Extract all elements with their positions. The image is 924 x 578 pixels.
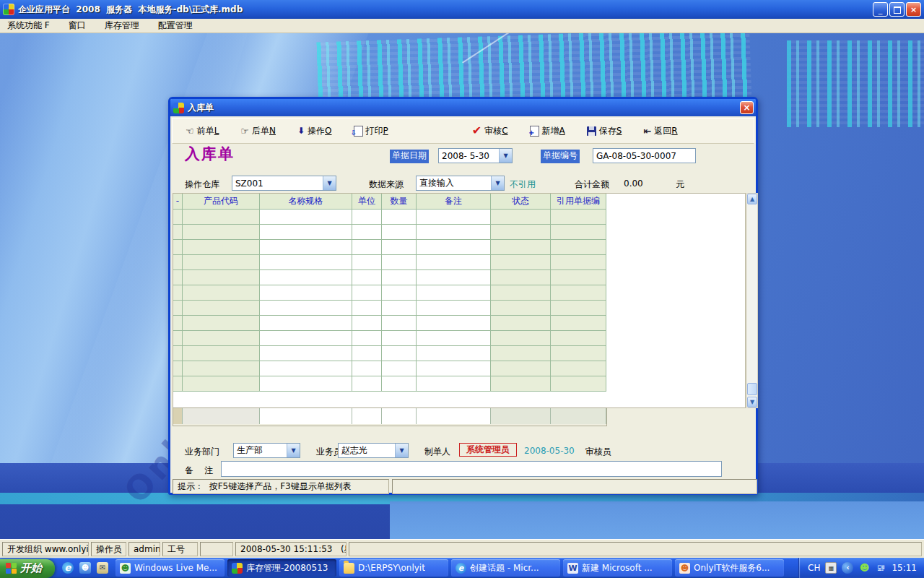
grid-cell[interactable] [382, 301, 417, 316]
grid-cell[interactable] [417, 225, 491, 240]
restore-button[interactable] [889, 2, 905, 17]
grid-cell[interactable] [352, 240, 382, 255]
grid-cell[interactable] [417, 240, 491, 255]
grid-cell[interactable] [491, 376, 551, 392]
grid-cell[interactable] [260, 346, 352, 361]
operate-button[interactable]: ⬇ 操作O [295, 123, 335, 139]
language-indicator[interactable]: CH [808, 563, 820, 573]
grid-cell[interactable] [173, 316, 183, 331]
source-combo[interactable]: 直接输入 ▼ [416, 176, 505, 191]
grid-cell[interactable] [551, 361, 606, 376]
grid-cell[interactable] [183, 301, 260, 316]
grid-cell[interactable] [260, 255, 352, 270]
start-button[interactable]: 开始 [0, 559, 55, 578]
grid-cell[interactable] [183, 240, 260, 255]
grid-cell[interactable] [417, 376, 491, 392]
chevron-down-icon[interactable]: ▼ [491, 176, 504, 190]
taskbar-item-ie[interactable]: e 创建话题 - Micr... [451, 559, 560, 577]
prev-order-button[interactable]: ☜ 前单L [183, 123, 222, 139]
grid-cell[interactable] [183, 225, 260, 240]
grid-cell[interactable] [352, 225, 382, 240]
grid-cell[interactable] [551, 316, 606, 331]
taskbar-item-explorer[interactable]: D:\ERPSY\onlyit [339, 559, 448, 577]
grid-cell[interactable] [352, 255, 382, 270]
grid-cell[interactable] [352, 316, 382, 331]
save-button[interactable]: 保存S [584, 123, 625, 139]
grid-cell[interactable] [183, 270, 260, 285]
grid-cell[interactable] [551, 331, 606, 346]
grid-cell[interactable] [352, 301, 382, 316]
grid-cell[interactable] [352, 376, 382, 392]
return-button[interactable]: ⇤ 返回R [640, 123, 680, 139]
menu-config[interactable]: 配置管理 [158, 20, 193, 32]
grid-cell[interactable] [352, 270, 382, 285]
grid-cell[interactable] [183, 376, 260, 392]
grid-cell[interactable] [382, 240, 417, 255]
grid-cell[interactable] [417, 316, 491, 331]
grid-cell[interactable] [417, 210, 491, 225]
messenger-icon[interactable]: ☻ [79, 562, 91, 574]
close-button[interactable]: × [906, 2, 921, 17]
grid-cell[interactable] [260, 210, 352, 225]
grid-cell[interactable] [260, 376, 352, 392]
grid-cell[interactable] [417, 285, 491, 301]
grid-cell[interactable] [260, 240, 352, 255]
grid-cell[interactable] [173, 376, 183, 392]
menu-system[interactable]: 系统功能 F [7, 20, 50, 32]
grid-cell[interactable] [382, 210, 417, 225]
grid-cell[interactable] [491, 255, 551, 270]
grid-cell[interactable] [382, 316, 417, 331]
grid-cell[interactable] [173, 270, 183, 285]
chevron-down-icon[interactable]: ▼ [395, 444, 408, 457]
menu-window[interactable]: 窗口 [69, 20, 86, 32]
salesman-combo[interactable]: 赵志光 ▼ [338, 443, 409, 458]
chevron-down-icon[interactable]: ▼ [323, 176, 336, 190]
grid-cell[interactable] [551, 270, 606, 285]
chevron-down-icon[interactable]: ▼ [287, 444, 300, 457]
messenger-tray-icon[interactable]: ☻ [858, 562, 870, 574]
grid-cell[interactable] [173, 346, 183, 361]
grid-cell[interactable] [551, 255, 606, 270]
grid-cell[interactable] [173, 255, 183, 270]
warehouse-combo[interactable]: SZ001 ▼ [232, 176, 336, 191]
grid-cell[interactable] [173, 301, 183, 316]
taskbar-item-inventory[interactable]: 库存管理-20080513 [227, 559, 336, 577]
grid-cell[interactable] [260, 225, 352, 240]
grid-cell[interactable] [491, 361, 551, 376]
grid-cell[interactable] [491, 210, 551, 225]
grid-cell[interactable] [491, 270, 551, 285]
grid-cell[interactable] [183, 331, 260, 346]
date-combo[interactable]: 2008- 5-30 ▼ [438, 148, 513, 163]
next-order-button[interactable]: ☞ 后单N [237, 123, 279, 139]
grid-cell[interactable] [551, 285, 606, 301]
grid-cell[interactable] [173, 331, 183, 346]
grid-cell[interactable] [551, 225, 606, 240]
scroll-up-icon[interactable]: ▲ [747, 194, 757, 204]
grid-cell[interactable] [551, 210, 606, 225]
grid-cell[interactable] [417, 255, 491, 270]
grid-cell[interactable] [183, 361, 260, 376]
grid-cell[interactable] [382, 285, 417, 301]
grid-cell[interactable] [491, 316, 551, 331]
taskbar-item-live-messenger[interactable]: ☻ Windows Live Me... [116, 559, 225, 577]
grid-cell[interactable] [352, 361, 382, 376]
grid-cell[interactable] [382, 361, 417, 376]
grid-cell[interactable] [173, 225, 183, 240]
taskbar-item-onlyit[interactable]: ☻ OnlyIT软件服务6... [675, 559, 784, 577]
grid-cell[interactable] [173, 210, 183, 225]
grid-cell[interactable] [183, 210, 260, 225]
grid-cell[interactable] [260, 316, 352, 331]
dialog-close-button[interactable]: × [740, 101, 754, 114]
grid-cell[interactable] [382, 225, 417, 240]
grid-cell[interactable] [551, 346, 606, 361]
grid-cell[interactable] [260, 285, 352, 301]
grid-cell[interactable] [491, 285, 551, 301]
print-button[interactable]: ⇩ 打印P [351, 123, 391, 139]
language-bar-icon[interactable]: ‹ [842, 562, 853, 574]
grid-cell[interactable] [382, 255, 417, 270]
mail-icon[interactable]: ✉ [97, 562, 108, 574]
grid-cell[interactable] [491, 346, 551, 361]
grid-cell[interactable] [352, 285, 382, 301]
grid-cell[interactable] [352, 210, 382, 225]
grid-cell[interactable] [417, 301, 491, 316]
